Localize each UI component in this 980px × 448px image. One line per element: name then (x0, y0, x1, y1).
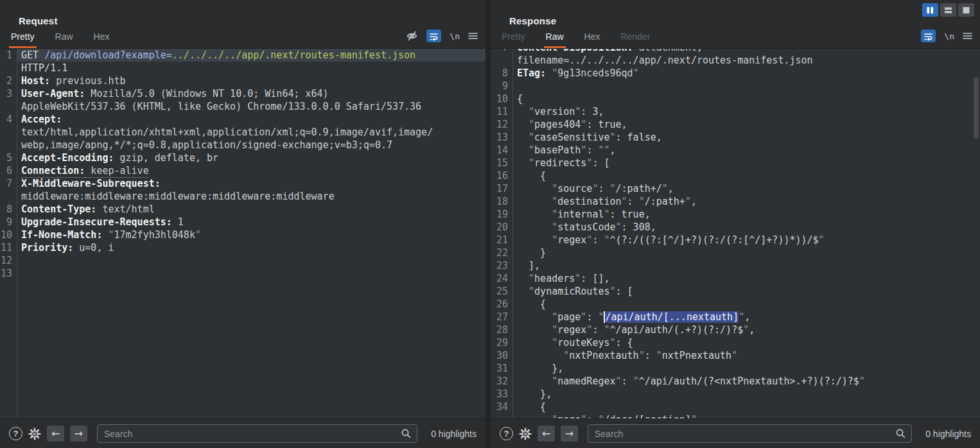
tab-raw[interactable]: Raw (53, 28, 75, 48)
line-number: 14 (491, 144, 512, 157)
code-text: headers (534, 273, 575, 284)
code-text: " (656, 350, 662, 361)
code-text (546, 67, 552, 79)
line-number (491, 413, 512, 418)
scrollbar-thumb[interactable] (974, 77, 979, 139)
code-text: { (517, 93, 523, 105)
code-text (517, 286, 529, 297)
code-text: : 308, (622, 221, 656, 233)
tab-pretty[interactable]: Pretty (9, 28, 37, 48)
code-text: pages404 (534, 119, 581, 130)
help-icon[interactable]: ? (500, 427, 513, 440)
newline-icon[interactable]: \n (450, 30, 460, 42)
code-line: AppleWebKit/537.36 (KHTML, like Gecko) C… (17, 100, 486, 113)
line-number: 24 (491, 272, 512, 285)
layout-columns-button[interactable] (922, 3, 938, 17)
highlights-count: 0 highlights (925, 429, 971, 439)
code-text: " (552, 234, 557, 246)
line-number: 13 (491, 131, 512, 144)
code-text (517, 273, 529, 284)
search-input[interactable] (588, 424, 912, 443)
search-settings-gear-icon[interactable] (519, 427, 532, 440)
code-line: "destination": "/:path+", (512, 195, 980, 208)
code-text: "" (598, 144, 609, 156)
layout-single-button[interactable] (958, 3, 974, 17)
response-panel: Response PrettyRawHexRender \n 7Content-… (491, 0, 980, 448)
code-text: regex (557, 324, 586, 336)
wrap-icon[interactable] (921, 30, 936, 42)
line-number: 33 (491, 388, 512, 401)
code-text: , (744, 311, 750, 323)
code-row: 28 "regex": "^/api/auth/(.+?)(?:/)?$", (491, 323, 980, 336)
code-line: "page": "/docs/[section]", (512, 413, 980, 418)
request-editor[interactable]: 1GET /api/download?example=../../../../a… (0, 49, 486, 418)
code-text: ^/api/auth/(?<nxtPnextauth>.+?)(?:/)?$ (639, 375, 859, 387)
line-number: 29 (491, 336, 512, 349)
selected-text: /api/auth/[...nextauth] (604, 311, 739, 323)
menu-icon[interactable] (468, 30, 478, 42)
code-text: : (627, 196, 639, 207)
code-text: " (610, 183, 616, 194)
code-line: "regex": "^/api/auth/(.+?)(?:/)?$", (512, 323, 980, 336)
search-input[interactable] (97, 424, 417, 443)
find-next-button[interactable]: → (561, 426, 578, 442)
menu-icon[interactable] (963, 30, 972, 42)
code-text: }, (517, 388, 552, 400)
code-text: " (731, 350, 737, 361)
tab-hex[interactable]: Hex (92, 28, 112, 48)
tab-render[interactable]: Render (619, 28, 652, 48)
search-settings-gear-icon[interactable] (28, 427, 41, 440)
find-previous-button[interactable]: ← (47, 426, 64, 442)
layout-rows-button[interactable] (940, 3, 956, 17)
request-toolbar: \n (406, 30, 478, 42)
find-previous-button[interactable]: ← (538, 426, 555, 442)
line-number (0, 126, 17, 139)
code-line: "basePath": "", (512, 144, 980, 157)
code-text: attachment; (633, 49, 703, 53)
help-icon[interactable]: ? (9, 427, 22, 440)
code-text: " (633, 375, 639, 387)
code-text: " (552, 324, 557, 336)
line-number: 10 (491, 92, 512, 105)
response-editor[interactable]: 7Content-Disposition: attachment;filenam… (491, 49, 980, 418)
code-text: " (552, 375, 557, 387)
code-row: 12 (0, 254, 486, 267)
line-number (0, 190, 17, 203)
code-text: : 3, (581, 106, 604, 117)
eye-off-icon[interactable] (406, 30, 418, 42)
code-row: 10{ (491, 92, 980, 105)
tab-hex[interactable]: Hex (582, 28, 602, 48)
line-number: 16 (491, 169, 512, 182)
code-text: text/html,application/xhtml+xml,applicat… (21, 126, 433, 138)
code-line: }, (512, 362, 980, 375)
request-findbar: ? ← → 0 highlights (0, 418, 486, 448)
code-text: " (552, 209, 557, 220)
line-number: 11 (491, 105, 512, 118)
code-text: " (552, 67, 557, 79)
line-number: 23 (491, 259, 512, 272)
code-text: AppleWebKit/537.36 (KHTML, like Gecko) C… (21, 101, 421, 112)
code-text: { (517, 298, 546, 310)
code-text: " (529, 273, 534, 284)
tab-raw[interactable]: Raw (544, 28, 566, 48)
line-number (491, 54, 512, 67)
newline-icon[interactable]: \n (944, 30, 954, 42)
code-text: /api/download?example= (44, 49, 172, 61)
code-row: 9Upgrade-Insecure-Requests: 1 (0, 216, 486, 228)
code-row: 34 { (491, 401, 980, 413)
code-line: ETag: "9g13nceds96qd" (512, 67, 980, 80)
code-text: " (529, 286, 534, 297)
code-text: redirects (534, 157, 586, 169)
line-number: 9 (491, 80, 512, 92)
wrap-icon[interactable] (426, 30, 441, 42)
code-row: 12 "pages404": true, (491, 118, 980, 131)
tab-pretty[interactable]: Pretty (500, 28, 527, 48)
code-row: 24 "headers": [], (491, 272, 980, 285)
code-row: 22 } (491, 246, 980, 259)
code-row: "page": "/docs/[section]", (491, 413, 980, 418)
line-number: 8 (0, 203, 17, 216)
code-text (517, 375, 552, 387)
code-row: 31 }, (491, 362, 980, 375)
find-next-button[interactable]: → (70, 426, 87, 442)
line-number: 19 (491, 208, 512, 221)
